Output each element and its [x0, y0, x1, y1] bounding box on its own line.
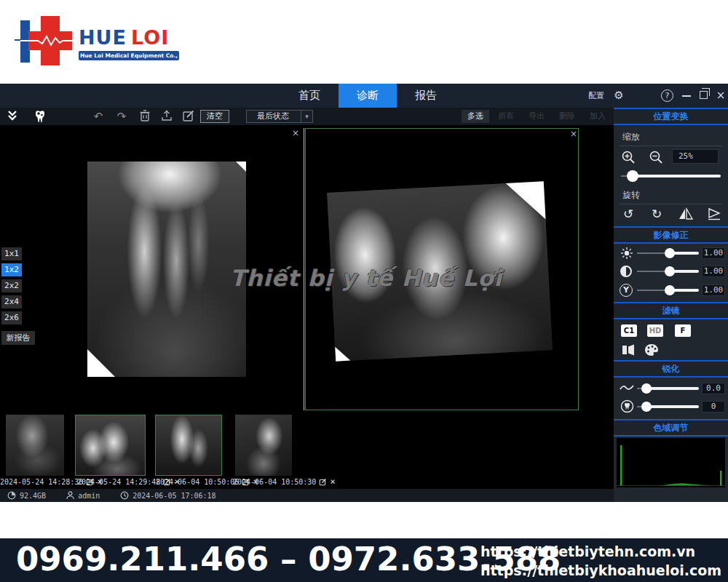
- gamma-value: 1.00: [702, 284, 725, 296]
- tab-report[interactable]: 报告: [397, 84, 455, 108]
- thumbnail-timestamp: 2024-05-24 14:29:48: [77, 478, 160, 486]
- thumbnail-2[interactable]: [75, 415, 146, 476]
- website-links: https://thietbiytehn.com.vn https://thie…: [480, 542, 721, 580]
- thumbnail-timestamp: 2024-06-04 10:50:06: [156, 478, 239, 486]
- filter-f-button[interactable]: F: [675, 324, 691, 337]
- contrast-slider[interactable]: [637, 266, 699, 277]
- thumbnail-1[interactable]: [6, 415, 64, 476]
- zoom-slider[interactable]: [621, 170, 721, 182]
- clock-icon: [120, 491, 129, 500]
- datetime-value: 2024-06-05 17:06:18: [132, 492, 215, 500]
- image-corner: [506, 181, 546, 221]
- transform-section-header: 位置变换: [614, 108, 728, 125]
- gamma-slider-knob[interactable]: [665, 285, 675, 295]
- sharpen-slider[interactable]: [637, 383, 699, 394]
- redo-icon[interactable]: ↷: [114, 109, 130, 124]
- gear-icon[interactable]: ⚙: [612, 84, 626, 108]
- collapse-panel-icon[interactable]: [4, 109, 20, 124]
- layout-2x6-button[interactable]: 2x6: [1, 311, 22, 324]
- close-left-viewport-icon[interactable]: ×: [292, 129, 299, 137]
- negative-filter-icon[interactable]: [621, 343, 636, 358]
- filter-hd-button[interactable]: HD: [647, 324, 663, 337]
- tab-diagnosis[interactable]: 诊断: [339, 84, 397, 108]
- zoom-out-icon[interactable]: [649, 150, 663, 164]
- filters-section-header: 滤镜: [614, 302, 728, 319]
- user-icon: [66, 491, 74, 500]
- histogram: [617, 438, 725, 487]
- xray-image-left[interactable]: [87, 162, 246, 377]
- export-image-icon[interactable]: [159, 109, 175, 124]
- close-icon[interactable]: ×: [715, 84, 727, 108]
- thumbnail-timestamp: 2024-06-04 10:50:30: [233, 478, 316, 486]
- screen: HUELOI Hue Loi Medical Equipment Co., Lt…: [0, 0, 728, 582]
- rotate-label: 旋转: [622, 189, 640, 202]
- remove-thumbnail-icon[interactable]: ×: [330, 477, 335, 487]
- help-icon[interactable]: ?: [661, 89, 673, 102]
- config-button[interactable]: 配置: [585, 84, 607, 108]
- sharpen-section-header: 锐化: [614, 360, 728, 378]
- zoom-in-icon[interactable]: [621, 150, 636, 164]
- divider: [620, 204, 722, 204]
- denoise-slider-knob[interactable]: [641, 402, 652, 412]
- filter-c1-button[interactable]: C1: [621, 324, 637, 337]
- contrast-icon: [620, 266, 632, 277]
- tooth-tool-icon[interactable]: [32, 109, 48, 124]
- datetime-status: 2024-06-05 17:06:18: [120, 491, 215, 500]
- delete-image-icon[interactable]: [137, 109, 153, 124]
- disk-usage-icon: [7, 491, 16, 500]
- brightness-slider[interactable]: [637, 247, 699, 259]
- tab-home[interactable]: 首页: [280, 84, 339, 108]
- main-tabs: 首页 诊断 报告: [280, 84, 455, 108]
- status-bar: 92.4GB admin 2024-06-05 17:06:18: [0, 489, 614, 502]
- thumbnail-timestamp: 2024-05-24 14:28:30: [0, 478, 83, 486]
- palette-icon[interactable]: [644, 343, 659, 358]
- close-right-viewport-icon[interactable]: ×: [570, 129, 577, 138]
- phone-numbers: 0969.211.466 – 0972.633.588: [16, 540, 561, 578]
- brightness-slider-knob[interactable]: [665, 248, 675, 258]
- rotate-cw-icon[interactable]: ↻: [649, 207, 664, 221]
- status-dropdown[interactable]: 最后状态 ▾: [246, 110, 313, 123]
- export-button: 导出: [523, 110, 550, 123]
- new-report-button[interactable]: 新报告: [1, 331, 35, 345]
- select-all-button: 所有: [492, 110, 520, 123]
- chevron-down-icon: ▾: [301, 111, 312, 122]
- thumbnail-4[interactable]: [235, 415, 292, 476]
- flip-horizontal-icon[interactable]: [678, 207, 693, 222]
- edit-annotation-icon[interactable]: [181, 109, 197, 124]
- disk-space-status: 92.4GB: [7, 491, 46, 500]
- gamma-slider[interactable]: [637, 284, 699, 296]
- undo-icon[interactable]: ↶: [90, 109, 106, 124]
- edit-thumbnail-icon[interactable]: [319, 478, 327, 486]
- zoom-label: 缩放: [622, 131, 640, 143]
- minimize-icon[interactable]: [682, 95, 691, 97]
- clear-button[interactable]: 清空: [200, 110, 229, 123]
- sharpen-slider-knob[interactable]: [641, 383, 652, 394]
- multi-select-button[interactable]: 多选: [462, 110, 489, 123]
- contrast-value: 1.00: [702, 266, 725, 277]
- layout-1x2-button[interactable]: 1x2: [1, 263, 22, 276]
- rotate-ccw-icon[interactable]: ↺: [621, 207, 636, 221]
- layout-1x1-button[interactable]: 1x1: [1, 247, 22, 260]
- flip-vertical-icon[interactable]: [707, 207, 721, 222]
- contrast-slider-knob[interactable]: [665, 266, 675, 276]
- denoise-value: 0: [702, 401, 725, 412]
- brightness-icon: [620, 247, 634, 261]
- website-link-1[interactable]: https://thietbiytehn.com.vn: [480, 542, 721, 561]
- tooth-enhance-icon: [620, 399, 634, 414]
- website-link-2[interactable]: https://thietbiykhoahueloi.com: [480, 561, 721, 580]
- thumbnail-3[interactable]: [155, 415, 222, 476]
- restore-icon[interactable]: [700, 91, 708, 99]
- zoom-slider-knob[interactable]: [627, 170, 638, 182]
- zoom-value-field[interactable]: 25%: [672, 149, 719, 164]
- contact-footer: 0969.211.466 – 0972.633.588 https://thie…: [0, 538, 728, 582]
- status-dropdown-value: 最后状态: [247, 111, 299, 122]
- layout-2x2-button[interactable]: 2x2: [1, 279, 22, 292]
- user-status: admin: [66, 491, 100, 500]
- titlebar: 首页 诊断 报告 配置 ⚙ ? ×: [0, 84, 728, 108]
- denoise-slider[interactable]: [637, 401, 699, 412]
- divider: [620, 146, 722, 146]
- brand-logo: HUELOI Hue Loi Medical Equipment Co., Lt…: [19, 16, 179, 68]
- toolbar: ↶ ↷ 清空 最后状态 ▾ 多选 所有 导出 删除 加入: [0, 108, 614, 125]
- layout-2x4-button[interactable]: 2x4: [1, 295, 22, 308]
- brightness-value: 1.00: [702, 247, 725, 259]
